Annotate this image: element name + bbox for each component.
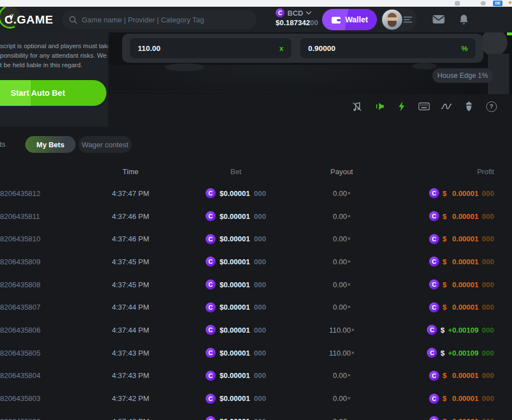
profit-main: 0.00001 xyxy=(452,235,478,243)
table-row[interactable]: 8206435811 4:37:46 PM C $0.00001000 0.00… xyxy=(0,205,512,228)
bet-amount-dim: 000 xyxy=(254,212,266,221)
bet-amount: C $0.00001000 xyxy=(177,416,295,420)
bet-time: 4:37:42 PM xyxy=(84,417,177,420)
profit-dim: 000 xyxy=(482,349,494,357)
turbo-lightning-icon[interactable] xyxy=(395,100,408,113)
currency-selector[interactable]: C BCD $0.18734200 xyxy=(276,8,319,27)
bet-amount: C $0.00001000 xyxy=(177,279,295,290)
bet-amount: C $0.00001000 xyxy=(177,394,295,404)
profit-dim: 000 xyxy=(482,235,494,243)
wallet-balance: $0.18734200 xyxy=(276,18,319,27)
table-row[interactable]: 8206435804 4:37:43 PM C $0.00001000 0.00… xyxy=(0,365,512,388)
bet-amount-main: $0.00001 xyxy=(220,189,250,198)
table-row[interactable]: 8206435812 4:37:47 PM C $0.00001000 0.00… xyxy=(0,182,512,205)
percent-suffix: % xyxy=(461,44,468,53)
bet-time: 4:37:46 PM xyxy=(84,212,177,221)
bet-amount: C $0.00001000 xyxy=(177,348,295,358)
header-time: Time xyxy=(84,167,177,176)
bet-amount: C $0.00001000 xyxy=(177,302,295,312)
bet-amount: C $0.00001000 xyxy=(177,188,295,198)
table-row[interactable]: 8206435806 4:37:44 PM C $0.00001000 110.… xyxy=(0,319,512,342)
tab-my-bets[interactable]: My Bets xyxy=(25,136,76,153)
bet-amount-main: $0.00001 xyxy=(220,258,250,266)
profit-main: 0.00001 xyxy=(452,189,478,198)
extension-badge[interactable]: DE xyxy=(493,1,502,6)
bet-payout: 0.00× xyxy=(295,303,389,311)
profit-main: 0.00001 xyxy=(452,371,478,380)
bet-amount-main: $0.00001 xyxy=(220,235,250,243)
profit-dim: 000 xyxy=(482,417,494,420)
tab-wager-contest[interactable]: Wager contest xyxy=(78,136,132,153)
bet-amount: C $0.00001000 xyxy=(177,234,295,244)
bcd-coin-icon: C xyxy=(429,371,439,381)
payout-input[interactable]: x xyxy=(130,38,291,58)
help-icon[interactable]: ? xyxy=(485,100,497,113)
bet-id: 8206435804 xyxy=(0,371,84,380)
bet-id: 8206435805 xyxy=(0,349,84,357)
extension-icon[interactable] xyxy=(455,1,460,6)
bet-id: 8206435812 xyxy=(0,189,84,198)
search-bar[interactable] xyxy=(62,10,257,29)
music-off-icon[interactable] xyxy=(351,100,363,113)
profit-main: 0.00001 xyxy=(452,281,478,289)
profit-dim: 000 xyxy=(482,258,494,266)
bet-amount-main: $0.00001 xyxy=(220,417,250,420)
table-row[interactable]: 8206435805 4:37:43 PM C $0.00001000 110.… xyxy=(0,342,512,365)
bcd-coin-icon: C xyxy=(429,211,439,221)
profit-dim: 000 xyxy=(482,189,494,198)
notifications-bell-icon[interactable] xyxy=(459,14,469,25)
bet-amount-main: $0.00001 xyxy=(220,303,250,311)
wallet-button[interactable]: Wallet xyxy=(322,9,377,30)
payout-value-field[interactable] xyxy=(138,44,280,53)
bet-id: 8206435807 xyxy=(0,303,84,311)
bet-amount: C $0.00001000 xyxy=(177,211,295,221)
bet-payout: 0.00× xyxy=(295,417,389,420)
bcd-coin-icon: C xyxy=(427,325,437,335)
seed-icon[interactable] xyxy=(463,100,475,113)
profit-sign: $ xyxy=(440,349,444,357)
shuttle-button[interactable] xyxy=(0,7,20,27)
bcd-coin-icon: C xyxy=(429,394,439,404)
profile-menu[interactable] xyxy=(381,8,417,31)
bet-profit: C $0.00001000 xyxy=(389,302,512,312)
win-chance-input[interactable]: % xyxy=(300,38,476,58)
table-row[interactable]: 8206435807 4:37:44 PM C $0.00001000 0.00… xyxy=(0,296,512,319)
bet-amount-main: $0.00001 xyxy=(220,349,250,357)
search-input[interactable] xyxy=(82,16,249,24)
trends-icon[interactable] xyxy=(440,100,453,113)
chance-value-field[interactable] xyxy=(308,44,461,53)
bcd-coin-icon: C xyxy=(206,211,216,221)
tab-all-bets[interactable]: All Bets xyxy=(0,136,15,153)
bcd-coin-icon: C xyxy=(429,416,439,420)
table-row[interactable]: 8206435802 4:37:42 PM C $0.00001000 0.00… xyxy=(0,410,512,420)
sound-on-icon[interactable] xyxy=(373,100,385,113)
table-row[interactable]: 8206435803 4:37:42 PM C $0.00001000 0.00… xyxy=(0,387,512,410)
hotkeys-keyboard-icon[interactable] xyxy=(418,100,430,113)
bet-amount: C $0.00001000 xyxy=(177,325,295,335)
bet-profit: C $0.00001000 xyxy=(389,211,512,221)
bcd-coin-icon: C xyxy=(429,234,439,244)
bet-payout: 0.00× xyxy=(295,371,389,380)
bet-profit: C $0.00001000 xyxy=(389,234,512,244)
bet-time: 4:37:43 PM xyxy=(84,371,177,380)
table-row[interactable]: 8206435808 4:37:45 PM C $0.00001000 0.00… xyxy=(0,273,512,296)
bet-profit: C $0.00001000 xyxy=(389,188,512,198)
table-row[interactable]: 8206435809 4:37:45 PM C $0.00001000 0.00… xyxy=(0,250,512,273)
extension-icon[interactable] xyxy=(481,1,486,6)
disclaimer-text: script is optional and players must take… xyxy=(0,41,108,70)
bcd-coin-icon: C xyxy=(206,348,216,358)
bets-tab-bar: All Bets My Bets Wager contest xyxy=(0,136,512,153)
game-scene-decoration xyxy=(481,32,508,56)
bet-inputs-bar: x % xyxy=(122,34,483,63)
table-row[interactable]: 8206435810 4:37:46 PM C $0.00001000 0.00… xyxy=(0,227,512,250)
start-auto-bet-button[interactable]: Start Auto Bet xyxy=(0,80,106,106)
profit-sign: $ xyxy=(443,235,446,243)
bet-amount: C $0.00001000 xyxy=(177,256,295,267)
browser-strip: DE xyxy=(0,0,512,7)
game-scene-gridline xyxy=(110,91,273,92)
avatar[interactable] xyxy=(382,10,402,30)
extension-icon[interactable] xyxy=(509,1,511,4)
bcd-coin-icon: C xyxy=(206,256,216,267)
messages-icon[interactable] xyxy=(432,15,445,24)
profit-sign: $ xyxy=(443,189,446,198)
